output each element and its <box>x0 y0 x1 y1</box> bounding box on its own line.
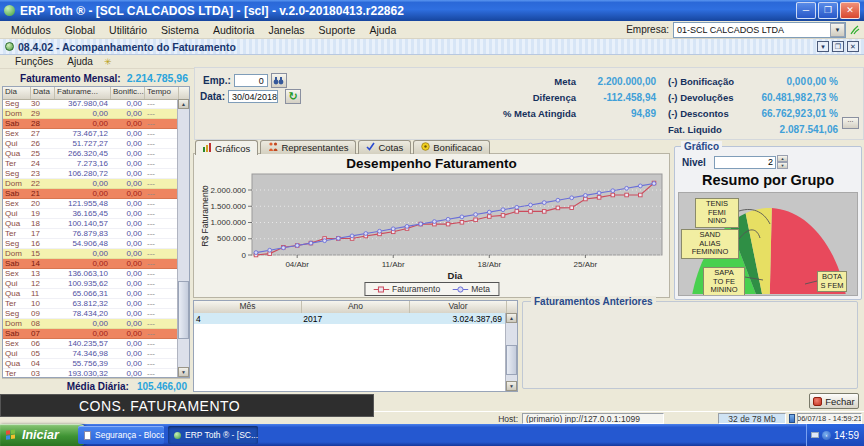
deduction-row: (-) Bonificação 0,00 0,00 % <box>668 73 838 89</box>
mdi-window-icon <box>5 42 14 51</box>
menu-item-7[interactable]: Ajuda <box>362 23 403 37</box>
table-row[interactable]: Qua 11 65.066,31 0,00 --- <box>3 289 177 299</box>
empresa-value: 01-SCL CALCADOS LTDA <box>677 25 784 35</box>
daily-billing-table: DiaDataFaturame...Bonific...Tempo Seg 30… <box>2 86 190 378</box>
table-row[interactable]: Qui 19 36.165,45 0,00 --- <box>3 209 177 219</box>
windows-logo-icon <box>6 429 17 442</box>
column-header[interactable]: Data <box>31 87 55 99</box>
pie-slice-label: SANDALIASFEMININO <box>681 229 739 259</box>
column-header[interactable]: Valor <box>410 301 507 313</box>
column-header[interactable]: Ano <box>302 301 410 313</box>
table-row[interactable]: Qua 18 100.140,57 0,00 --- <box>3 219 177 229</box>
daily-table-scrollbar[interactable]: ▲ ▼ <box>177 99 189 377</box>
minimize-button[interactable]: ─ <box>796 2 816 19</box>
scroll-down-icon[interactable]: ▼ <box>178 367 189 377</box>
mdi-restore-icon[interactable]: ❐ <box>832 41 844 52</box>
table-row[interactable]: Sab 14 0,00 0,00 --- <box>3 259 177 269</box>
statusbar-datetime: 06/07/18 - 14:59:21 <box>797 413 862 424</box>
menu-item-5[interactable]: Janelas <box>261 23 311 37</box>
column-header[interactable]: Tempo <box>145 87 179 99</box>
menu-item-1[interactable]: Global <box>58 23 102 37</box>
svg-text:04/Abr: 04/Abr <box>285 260 309 269</box>
table-row[interactable]: Qua 25 266.320,45 0,00 --- <box>3 149 177 159</box>
tab-icon <box>366 142 375 153</box>
menu-item-3[interactable]: Sistema <box>154 23 206 37</box>
close-button[interactable]: ✕ <box>840 2 860 19</box>
table-row[interactable]: 4 2017 3.024.387,69 <box>194 313 505 324</box>
scroll-down-icon[interactable]: ▼ <box>506 381 517 391</box>
tab-gráficos[interactable]: Gráficos <box>195 140 258 155</box>
scroll-up-icon[interactable]: ▲ <box>178 99 189 109</box>
table-row[interactable]: Sab 21 0,00 0,00 --- <box>3 189 177 199</box>
table-row[interactable]: Sex 06 140.235,57 0,00 --- <box>3 339 177 349</box>
search-binoculars-icon[interactable] <box>271 73 287 88</box>
table-row[interactable]: Seg 16 54.906,48 0,00 --- <box>3 239 177 249</box>
column-header[interactable]: Mês <box>194 301 302 313</box>
scrollbar-thumb[interactable] <box>178 281 189 339</box>
table-row[interactable]: Ter 24 7.273,16 0,00 --- <box>3 159 177 169</box>
tray-display-icon[interactable] <box>811 432 819 438</box>
column-header[interactable]: Faturame... <box>55 87 111 99</box>
table-row[interactable]: Dom 29 0,00 0,00 --- <box>3 109 177 119</box>
grafico-panel-title: Gráfico <box>681 141 722 152</box>
table-row[interactable]: Ter 03 193.030,32 0,00 --- <box>3 369 177 377</box>
table-row[interactable]: Qui 12 100.935,62 0,00 --- <box>3 279 177 289</box>
taskbar-task-0[interactable]: Segurança - Bloco... <box>78 426 164 444</box>
chevron-down-icon[interactable]: ▼ <box>830 23 845 37</box>
table-row[interactable]: Seg 09 78.434,20 0,00 --- <box>3 309 177 319</box>
pie-slice-label: BOTAS FEM <box>817 271 847 292</box>
tab-bonificacao[interactable]: Bonificacao <box>413 140 490 154</box>
table-row[interactable]: Seg 23 106.280,72 0,00 --- <box>3 169 177 179</box>
table-row[interactable]: Qui 26 51.727,27 0,00 --- <box>3 139 177 149</box>
table-row[interactable]: Ter 17 76.879,83 0,00 --- <box>3 229 177 239</box>
legend-item: Faturamento <box>373 284 440 294</box>
descontos-more-button[interactable]: ... <box>842 117 859 129</box>
menu-item-6[interactable]: Suporte <box>312 23 363 37</box>
scroll-up-icon[interactable]: ▲ <box>506 313 517 323</box>
spinner-down-icon[interactable]: ▼ <box>777 162 788 169</box>
fechar-button[interactable]: Fechar <box>809 393 859 409</box>
refresh-button[interactable]: ↻ <box>285 89 301 104</box>
menu-item-0[interactable]: Módulos <box>4 23 58 37</box>
favorite-icon[interactable]: ✳ <box>104 57 112 67</box>
emp-input[interactable]: 0 <box>234 74 268 87</box>
column-header[interactable]: Dia <box>3 87 31 99</box>
column-header[interactable]: Bonific... <box>111 87 145 99</box>
start-button[interactable]: Iniciar <box>0 424 88 446</box>
mdi-close-icon[interactable]: ✕ <box>847 41 859 52</box>
mdi-menu-item-1[interactable]: Ajuda <box>60 55 100 68</box>
tab-cotas[interactable]: Cotas <box>358 140 411 154</box>
menu-item-4[interactable]: Auditoria <box>206 23 261 37</box>
svg-text:2.000.000: 2.000.000 <box>210 186 246 195</box>
table-row[interactable]: Dom 22 0,00 0,00 --- <box>3 179 177 189</box>
table-row[interactable]: Dom 08 0,00 0,00 --- <box>3 319 177 329</box>
table-row[interactable]: Qua 04 55.756,39 0,00 --- <box>3 359 177 369</box>
table-row[interactable]: Dom 15 0,00 0,00 --- <box>3 249 177 259</box>
table-row[interactable]: Seg 30 367.980,04 0,00 --- <box>3 99 177 109</box>
table-row[interactable]: Sex 13 136.063,10 0,00 --- <box>3 269 177 279</box>
metric-row: Diferença -112.458,94 <box>488 89 656 105</box>
host-label: Host: <box>470 414 518 424</box>
table-row[interactable]: Sab 07 0,00 0,00 --- <box>3 329 177 339</box>
mdi-menu-item-0[interactable]: Funções <box>8 55 60 68</box>
table-row[interactable]: Ter 10 63.812,32 0,00 --- <box>3 299 177 309</box>
restore-button[interactable]: ❐ <box>818 2 838 19</box>
pie-chart-area: TENISFEMININOSANDALIASFEMININOSAPATO FEM… <box>678 192 858 296</box>
scrollbar-thumb[interactable] <box>506 345 517 375</box>
mdi-minimize-icon[interactable]: ▾ <box>817 41 829 52</box>
nivel-spinner[interactable]: 2 <box>714 156 776 169</box>
previous-billing-table: MêsAnoValor 4 2017 3.024.387,69 ▲ ▼ <box>193 300 518 392</box>
table-row[interactable]: Sex 27 73.467,12 0,00 --- <box>3 129 177 139</box>
data-input[interactable]: 30/04/2018 <box>228 90 278 103</box>
previous-table-scrollbar[interactable]: ▲ ▼ <box>505 313 517 391</box>
taskbar-task-1[interactable]: ERP Toth ® - [SC... <box>168 426 258 444</box>
table-row[interactable]: Sex 20 121.955,48 0,00 --- <box>3 199 177 209</box>
table-row[interactable]: Qui 05 74.346,98 0,00 --- <box>3 349 177 359</box>
line-chart: 0500.0001.000.0001.500.0002.000.00004/Ab… <box>198 171 664 283</box>
spinner-up-icon[interactable]: ▲ <box>777 155 788 162</box>
empresa-dropdown[interactable]: 01-SCL CALCADOS LTDA ▼ <box>673 22 846 38</box>
table-row[interactable]: Sab 28 0,00 0,00 --- <box>3 119 177 129</box>
tab-representantes[interactable]: Representantes <box>260 140 356 154</box>
menu-item-2[interactable]: Utilitário <box>102 23 154 37</box>
tray-collapse-icon[interactable]: ‹ <box>822 431 831 440</box>
